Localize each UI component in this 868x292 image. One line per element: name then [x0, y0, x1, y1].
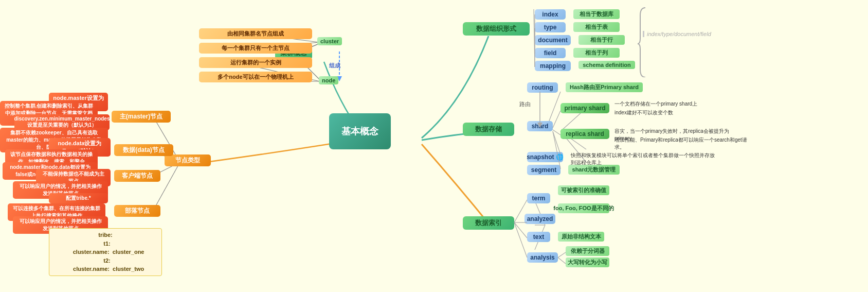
org-field-val: 相当于列 [573, 48, 620, 58]
svg-line-28 [553, 111, 560, 128]
analyzed-desc1: foo, Foo, FOO是不同的 [558, 203, 609, 213]
analysis-desc1: 依赖于分词器 [566, 246, 609, 256]
primary-shard: primary shard [560, 103, 609, 113]
data-org: 数据组织形式 [463, 22, 530, 36]
tribe-item-1: 配置tribe.* [49, 193, 108, 203]
analysis-node: analysis [527, 252, 558, 263]
master-node: 主(master)节点 [112, 111, 171, 123]
replica-desc2: 增加性能、Primary和replica都可以响应一个search和get请求。 [614, 136, 748, 151]
cluster-item-1: 由相同集群名节点组成 [199, 28, 312, 39]
primary-desc2: index建好不可以改变个数 [614, 109, 717, 116]
text-desc: 原始非结构文本 [558, 232, 604, 242]
org-document: document [535, 35, 571, 45]
analyzed-node: analyzed [525, 214, 555, 224]
primary-desc1: 一个文档存储在一个primary shard上 [614, 100, 717, 108]
org-type: type [535, 22, 566, 32]
text-node: text [527, 232, 550, 242]
cluster-item-2: 每一个集群只有一个主节点 [199, 43, 312, 54]
tribe-code: tribe: t1: cluster.name: cluster_one t2:… [49, 228, 162, 276]
org-index: index [535, 9, 566, 20]
node-type: 节点类型 [165, 154, 211, 166]
snapshot-node: snapshot 🌐 [527, 152, 563, 162]
center-node: 基本概念 [329, 113, 391, 149]
svg-line-35 [514, 222, 527, 257]
tribe-node: 部落节点 [114, 205, 160, 217]
org-mapping: mapping [535, 61, 571, 71]
cluster-item-3: 运行集群的一个实例 [199, 57, 312, 68]
svg-line-30 [553, 131, 560, 154]
brace-label: index/type/document/field [643, 31, 711, 37]
routing-label: 路由 [519, 100, 531, 108]
routing-node: routing [527, 82, 558, 93]
org-type-val: 相当于表 [573, 22, 620, 32]
analysis-desc2: 大写转化为小写 [566, 257, 609, 267]
cluster-item-4: 多个node可以在一个物理机上 [199, 72, 312, 82]
data-index: 数据索引 [463, 216, 514, 230]
node-label: node [319, 76, 338, 84]
svg-line-36 [558, 252, 566, 257]
org-mapping-val: schema definition [578, 61, 635, 69]
svg-line-31 [553, 131, 560, 169]
snapshot-desc: 快照和恢复模块可以将单个索引或者整个集群做一个快照并存放到远程仓库上 [571, 152, 715, 166]
client-node: 客户端节点 [114, 170, 160, 182]
term-desc1: 可被索引的准确值 [558, 185, 609, 195]
org-document-val: 相当于行 [578, 35, 625, 45]
svg-line-34 [514, 222, 527, 238]
cluster-label: cluster [317, 37, 342, 45]
term-node: term [527, 193, 550, 203]
svg-line-37 [558, 257, 566, 264]
data-storage: 数据存储 [463, 123, 514, 136]
svg-line-29 [553, 130, 560, 135]
org-field: field [535, 48, 566, 58]
org-index-val: 相当于数据库 [573, 9, 620, 19]
compose-label: 组成 [329, 62, 340, 70]
data-node: 数据(data)节点 [114, 144, 173, 156]
segment-node: segment [527, 165, 560, 175]
center-label: 基本概念 [341, 125, 378, 138]
routing-val: Hash路由至Primary shard [566, 82, 643, 92]
segment-desc: shard元数据管理 [568, 165, 620, 175]
shard-node: shard [527, 121, 553, 131]
replica-shard: replica shard [560, 129, 609, 139]
